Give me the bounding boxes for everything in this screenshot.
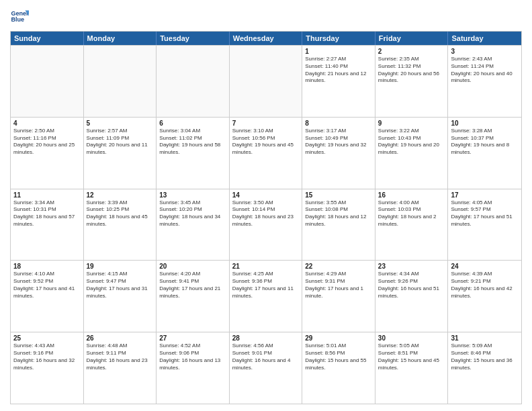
calendar-cell: 5Sunrise: 2:57 AMSunset: 11:09 PMDayligh… bbox=[84, 118, 157, 189]
day-number: 13 bbox=[159, 191, 226, 199]
day-number: 2 bbox=[378, 48, 445, 55]
calendar-cell: 17Sunrise: 4:05 AMSunset: 9:57 PMDayligh… bbox=[448, 189, 521, 261]
cell-info: Sunrise: 4:43 AMSunset: 9:16 PMDaylight:… bbox=[13, 342, 81, 371]
cell-info: Sunrise: 4:39 AMSunset: 9:21 PMDaylight:… bbox=[451, 271, 519, 300]
cell-info: Sunrise: 5:01 AMSunset: 8:56 PMDaylight:… bbox=[305, 342, 372, 371]
calendar-cell: 31Sunrise: 5:09 AMSunset: 8:46 PMDayligh… bbox=[448, 332, 521, 404]
weekday-header: Friday bbox=[375, 32, 449, 45]
day-number: 27 bbox=[159, 334, 226, 342]
day-number: 28 bbox=[232, 334, 300, 342]
calendar-cell: 25Sunrise: 4:43 AMSunset: 9:16 PMDayligh… bbox=[11, 332, 84, 404]
calendar-row: 25Sunrise: 4:43 AMSunset: 9:16 PMDayligh… bbox=[11, 332, 521, 404]
day-number: 6 bbox=[159, 120, 226, 127]
calendar-cell: 8Sunrise: 3:17 AMSunset: 10:49 PMDayligh… bbox=[302, 118, 375, 189]
cell-info: Sunrise: 3:22 AMSunset: 10:43 PMDaylight… bbox=[378, 128, 445, 156]
day-number: 23 bbox=[378, 263, 445, 270]
calendar-cell: 10Sunrise: 3:28 AMSunset: 10:37 PMDaylig… bbox=[448, 118, 521, 189]
cell-info: Sunrise: 4:56 AMSunset: 9:01 PMDaylight:… bbox=[232, 342, 300, 371]
calendar-cell: 28Sunrise: 4:56 AMSunset: 9:01 PMDayligh… bbox=[230, 332, 303, 404]
weekday-header: Wednesday bbox=[230, 32, 303, 45]
calendar-cell: 27Sunrise: 4:52 AMSunset: 9:06 PMDayligh… bbox=[157, 332, 230, 404]
day-number: 20 bbox=[159, 263, 226, 270]
calendar-cell: 19Sunrise: 4:15 AMSunset: 9:47 PMDayligh… bbox=[84, 261, 157, 332]
cell-info: Sunrise: 3:55 AMSunset: 10:08 PMDaylight… bbox=[305, 199, 372, 228]
calendar-row: 18Sunrise: 4:10 AMSunset: 9:52 PMDayligh… bbox=[11, 260, 521, 332]
day-number: 17 bbox=[451, 191, 519, 199]
cell-info: Sunrise: 4:00 AMSunset: 10:03 PMDaylight… bbox=[378, 199, 445, 228]
cell-info: Sunrise: 2:43 AMSunset: 11:24 PMDaylight… bbox=[451, 56, 519, 85]
calendar-cell: 1Sunrise: 2:27 AMSunset: 11:40 PMDayligh… bbox=[302, 46, 375, 117]
day-number: 31 bbox=[451, 334, 519, 342]
day-number: 26 bbox=[87, 334, 154, 342]
day-number: 25 bbox=[13, 334, 81, 342]
calendar-cell: 11Sunrise: 3:34 AMSunset: 10:31 PMDaylig… bbox=[11, 189, 84, 261]
day-number: 21 bbox=[232, 263, 300, 270]
calendar-cell: 23Sunrise: 4:34 AMSunset: 9:26 PMDayligh… bbox=[375, 261, 449, 332]
day-number: 8 bbox=[305, 120, 372, 127]
empty-cell bbox=[157, 46, 230, 117]
cell-info: Sunrise: 4:25 AMSunset: 9:36 PMDaylight:… bbox=[232, 271, 300, 300]
calendar-cell: 29Sunrise: 5:01 AMSunset: 8:56 PMDayligh… bbox=[302, 332, 375, 404]
cell-info: Sunrise: 4:05 AMSunset: 9:57 PMDaylight:… bbox=[451, 199, 519, 228]
day-number: 14 bbox=[232, 191, 300, 199]
weekday-header: Tuesday bbox=[157, 32, 230, 45]
calendar-row: 4Sunrise: 2:50 AMSunset: 11:16 PMDayligh… bbox=[11, 117, 521, 189]
cell-info: Sunrise: 2:27 AMSunset: 11:40 PMDaylight… bbox=[305, 56, 372, 85]
day-number: 29 bbox=[305, 334, 372, 342]
day-number: 12 bbox=[87, 191, 154, 199]
calendar-cell: 3Sunrise: 2:43 AMSunset: 11:24 PMDayligh… bbox=[448, 46, 521, 117]
day-number: 3 bbox=[451, 48, 519, 55]
day-number: 22 bbox=[305, 263, 372, 270]
empty-cell bbox=[230, 46, 303, 117]
cell-info: Sunrise: 3:10 AMSunset: 10:56 PMDaylight… bbox=[232, 128, 300, 156]
day-number: 24 bbox=[451, 263, 519, 270]
cell-info: Sunrise: 5:05 AMSunset: 8:51 PMDaylight:… bbox=[378, 342, 445, 371]
weekday-header: Thursday bbox=[302, 32, 375, 45]
day-number: 1 bbox=[305, 48, 372, 55]
cell-info: Sunrise: 3:28 AMSunset: 10:37 PMDaylight… bbox=[451, 128, 519, 156]
calendar-cell: 7Sunrise: 3:10 AMSunset: 10:56 PMDayligh… bbox=[230, 118, 303, 189]
day-number: 18 bbox=[13, 263, 81, 270]
cell-info: Sunrise: 2:35 AMSunset: 11:32 PMDaylight… bbox=[378, 56, 445, 85]
day-number: 7 bbox=[232, 120, 300, 127]
cell-info: Sunrise: 2:50 AMSunset: 11:16 PMDaylight… bbox=[13, 128, 81, 156]
calendar-cell: 22Sunrise: 4:29 AMSunset: 9:31 PMDayligh… bbox=[302, 261, 375, 332]
calendar-cell: 16Sunrise: 4:00 AMSunset: 10:03 PMDaylig… bbox=[375, 189, 449, 261]
calendar-cell: 14Sunrise: 3:50 AMSunset: 10:14 PMDaylig… bbox=[230, 189, 303, 261]
calendar-header: SundayMondayTuesdayWednesdayThursdayFrid… bbox=[11, 32, 521, 45]
cell-info: Sunrise: 3:04 AMSunset: 11:02 PMDaylight… bbox=[159, 128, 226, 156]
day-number: 15 bbox=[305, 191, 372, 199]
calendar-cell: 4Sunrise: 2:50 AMSunset: 11:16 PMDayligh… bbox=[11, 118, 84, 189]
logo: General Blue bbox=[10, 7, 29, 26]
cell-info: Sunrise: 3:39 AMSunset: 10:25 PMDaylight… bbox=[87, 199, 154, 228]
calendar-cell: 26Sunrise: 4:48 AMSunset: 9:11 PMDayligh… bbox=[84, 332, 157, 404]
day-number: 19 bbox=[87, 263, 154, 270]
calendar-cell: 6Sunrise: 3:04 AMSunset: 11:02 PMDayligh… bbox=[157, 118, 230, 189]
header: General Blue bbox=[10, 7, 522, 26]
calendar-cell: 9Sunrise: 3:22 AMSunset: 10:43 PMDayligh… bbox=[375, 118, 449, 189]
empty-cell bbox=[11, 46, 84, 117]
calendar-cell: 20Sunrise: 4:20 AMSunset: 9:41 PMDayligh… bbox=[157, 261, 230, 332]
cell-info: Sunrise: 3:34 AMSunset: 10:31 PMDaylight… bbox=[13, 199, 81, 228]
day-number: 11 bbox=[13, 191, 81, 199]
cell-info: Sunrise: 4:20 AMSunset: 9:41 PMDaylight:… bbox=[159, 271, 226, 300]
calendar-row: 1Sunrise: 2:27 AMSunset: 11:40 PMDayligh… bbox=[11, 45, 521, 117]
logo-icon: General Blue bbox=[10, 7, 29, 26]
calendar-cell: 24Sunrise: 4:39 AMSunset: 9:21 PMDayligh… bbox=[448, 261, 521, 332]
cell-info: Sunrise: 4:10 AMSunset: 9:52 PMDaylight:… bbox=[13, 271, 81, 300]
cell-info: Sunrise: 3:17 AMSunset: 10:49 PMDaylight… bbox=[305, 128, 372, 156]
calendar-cell: 18Sunrise: 4:10 AMSunset: 9:52 PMDayligh… bbox=[11, 261, 84, 332]
calendar-row: 11Sunrise: 3:34 AMSunset: 10:31 PMDaylig… bbox=[11, 189, 521, 261]
day-number: 9 bbox=[378, 120, 445, 127]
cell-info: Sunrise: 4:52 AMSunset: 9:06 PMDaylight:… bbox=[159, 342, 226, 371]
weekday-header: Monday bbox=[84, 32, 157, 45]
day-number: 16 bbox=[378, 191, 445, 199]
weekday-header: Sunday bbox=[11, 32, 84, 45]
day-number: 10 bbox=[451, 120, 519, 127]
cell-info: Sunrise: 4:15 AMSunset: 9:47 PMDaylight:… bbox=[87, 271, 154, 300]
cell-info: Sunrise: 2:57 AMSunset: 11:09 PMDaylight… bbox=[87, 128, 154, 156]
calendar-cell: 13Sunrise: 3:45 AMSunset: 10:20 PMDaylig… bbox=[157, 189, 230, 261]
cell-info: Sunrise: 3:50 AMSunset: 10:14 PMDaylight… bbox=[232, 199, 300, 228]
cell-info: Sunrise: 5:09 AMSunset: 8:46 PMDaylight:… bbox=[451, 342, 519, 371]
calendar-cell: 12Sunrise: 3:39 AMSunset: 10:25 PMDaylig… bbox=[84, 189, 157, 261]
